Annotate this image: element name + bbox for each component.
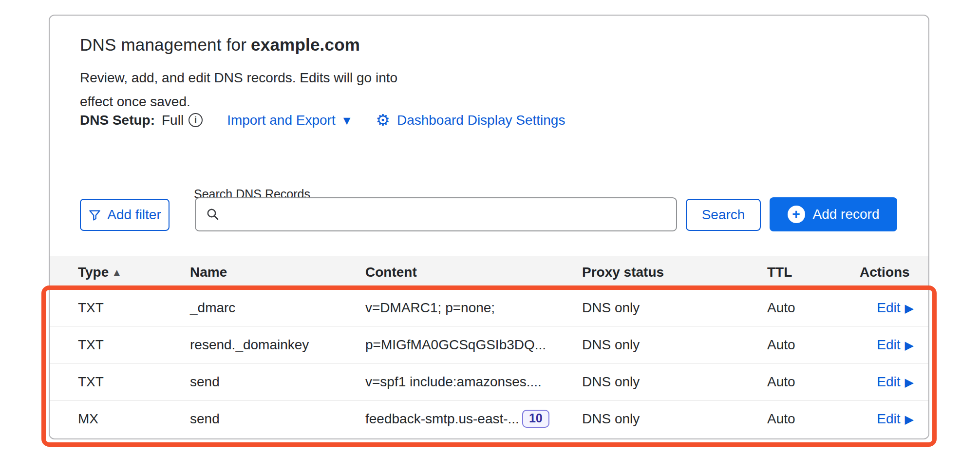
page-title: DNS management forexample.com <box>80 35 360 55</box>
cell-name: send <box>190 411 365 427</box>
edit-record-link[interactable]: Edit▶ <box>877 337 914 352</box>
edit-record-link[interactable]: Edit▶ <box>877 374 914 389</box>
page-description: Review, add, and edit DNS records. Edits… <box>80 66 401 114</box>
cell-content: feedback-smtp.us-east-...10 <box>365 410 582 428</box>
header-content: Content <box>365 265 582 280</box>
dashboard-display-settings-link[interactable]: ⚙ Dashboard Display Settings <box>376 112 565 128</box>
chevron-right-icon: ▶ <box>905 302 914 315</box>
cell-content: v=DMARC1; p=none; <box>365 300 582 316</box>
add-record-button[interactable]: + Add record <box>770 197 897 231</box>
chevron-right-icon: ▶ <box>905 339 914 352</box>
table-row: TXT send v=spf1 include:amazonses.... DN… <box>50 363 928 400</box>
cell-ttl: Auto <box>767 374 860 390</box>
cell-name: _dmarc <box>190 300 365 316</box>
dns-setup-row: DNS Setup: Full i Import and Export ▼ ⚙ … <box>80 112 565 128</box>
page-title-domain: example.com <box>251 35 360 54</box>
add-record-label: Add record <box>813 207 880 222</box>
chevron-down-icon: ▼ <box>343 115 351 126</box>
sort-ascending-icon: ▲ <box>113 267 120 277</box>
search-icon <box>206 207 220 222</box>
dns-management-card: DNS management forexample.com Review, ad… <box>49 15 929 439</box>
gear-icon: ⚙ <box>376 112 390 128</box>
add-filter-label: Add filter <box>107 207 161 223</box>
cell-proxy-status: DNS only <box>582 411 767 427</box>
cell-type: TXT <box>78 337 190 353</box>
records-toolbar: Add filter Search + Add record <box>80 197 899 232</box>
cell-proxy-status: DNS only <box>582 300 767 316</box>
search-button-label: Search <box>702 207 745 223</box>
edit-record-link[interactable]: Edit▶ <box>877 411 914 426</box>
search-input-container <box>195 197 677 231</box>
cell-proxy-status: DNS only <box>582 374 767 390</box>
table-header-row: Type▲ Name Content Proxy status TTL Acti… <box>50 256 928 289</box>
mx-priority-badge: 10 <box>522 410 549 428</box>
cell-name: resend._domainkey <box>190 337 365 353</box>
cell-ttl: Auto <box>767 300 860 316</box>
dns-records-table: Type▲ Name Content Proxy status TTL Acti… <box>50 256 928 437</box>
chevron-right-icon: ▶ <box>905 413 914 426</box>
import-export-link[interactable]: Import and Export ▼ <box>227 113 350 128</box>
cell-content: v=spf1 include:amazonses.... <box>365 374 582 390</box>
search-input[interactable] <box>227 198 676 230</box>
filter-funnel-icon <box>88 209 101 222</box>
import-export-label: Import and Export <box>227 113 336 128</box>
table-row: TXT resend._domainkey p=MIGfMA0GCSqGSIb3… <box>50 326 928 363</box>
cell-ttl: Auto <box>767 337 860 353</box>
table-row: TXT _dmarc v=DMARC1; p=none; DNS only Au… <box>50 289 928 326</box>
header-ttl: TTL <box>767 265 860 280</box>
edit-record-link[interactable]: Edit▶ <box>877 300 914 315</box>
add-filter-button[interactable]: Add filter <box>80 199 170 231</box>
cell-type: TXT <box>78 300 190 316</box>
table-row: MX send feedback-smtp.us-east-...10 DNS … <box>50 400 928 437</box>
cell-type: MX <box>78 411 190 427</box>
header-proxy-status: Proxy status <box>582 265 767 280</box>
plus-icon: + <box>788 206 805 223</box>
header-name: Name <box>190 265 365 280</box>
page-title-prefix: DNS management for <box>80 35 246 54</box>
cell-type: TXT <box>78 374 190 390</box>
cell-content: p=MIGfMA0GCSqGSIb3DQ... <box>365 337 582 353</box>
info-icon[interactable]: i <box>188 113 203 127</box>
dns-setup-label: DNS Setup: <box>80 113 155 128</box>
header-actions: Actions <box>860 265 914 280</box>
cell-ttl: Auto <box>767 411 860 427</box>
cell-proxy-status: DNS only <box>582 337 767 353</box>
dns-setup-value: Full <box>162 113 184 128</box>
chevron-right-icon: ▶ <box>905 376 914 389</box>
dns-management-screen: DNS management forexample.com Review, ad… <box>0 0 980 456</box>
search-button[interactable]: Search <box>686 199 761 231</box>
dashboard-display-settings-label: Dashboard Display Settings <box>397 113 565 128</box>
header-type[interactable]: Type▲ <box>78 265 190 280</box>
cell-name: send <box>190 374 365 390</box>
